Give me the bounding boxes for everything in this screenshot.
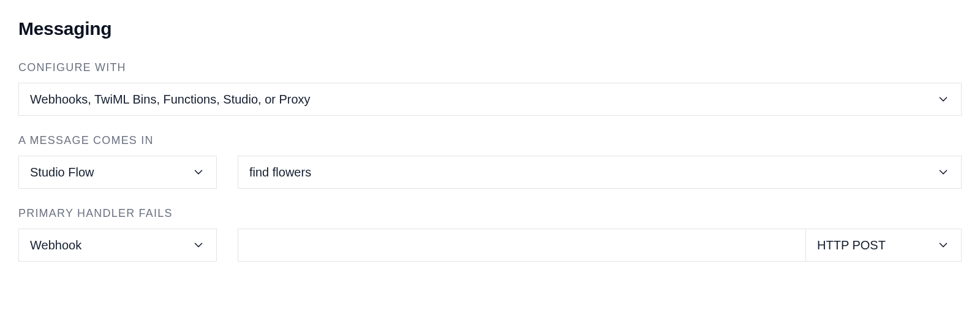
primary-handler-fails-group: PRIMARY HANDLER FAILS Webhook HTTP POST — [18, 207, 962, 262]
fallback-type-select[interactable]: Webhook — [18, 229, 217, 262]
message-comes-in-group: A MESSAGE COMES IN Studio Flow find flow… — [18, 134, 962, 189]
fallback-type-selected: Webhook — [30, 238, 81, 252]
chevron-down-icon — [192, 165, 205, 179]
incoming-type-select[interactable]: Studio Flow — [18, 156, 217, 189]
incoming-value-selected: find flowers — [249, 165, 311, 180]
chevron-down-icon — [937, 238, 950, 252]
fallback-url-input[interactable] — [238, 229, 806, 262]
configure-with-select[interactable]: Webhooks, TwiML Bins, Functions, Studio,… — [18, 83, 962, 116]
fallback-method-selected: HTTP POST — [817, 238, 886, 252]
configure-with-selected: Webhooks, TwiML Bins, Functions, Studio,… — [30, 93, 311, 107]
fallback-method-select[interactable]: HTTP POST — [806, 229, 962, 262]
primary-handler-fails-label: PRIMARY HANDLER FAILS — [18, 207, 962, 220]
incoming-value-select[interactable]: find flowers — [238, 156, 962, 189]
chevron-down-icon — [937, 93, 950, 106]
chevron-down-icon — [937, 165, 950, 179]
configure-with-group: CONFIGURE WITH Webhooks, TwiML Bins, Fun… — [18, 61, 962, 116]
chevron-down-icon — [192, 238, 205, 252]
section-title: Messaging — [18, 18, 962, 39]
incoming-type-selected: Studio Flow — [30, 165, 94, 180]
message-comes-in-label: A MESSAGE COMES IN — [18, 134, 962, 147]
configure-with-label: CONFIGURE WITH — [18, 61, 962, 74]
